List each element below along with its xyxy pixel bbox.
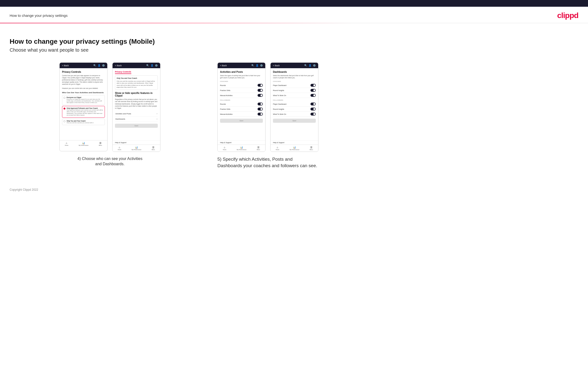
nav-performance-4[interactable]: 📊 My Performance <box>290 146 299 150</box>
phone-1-bottom-nav: ⌂ Home 📊 My Performance ☰ Menu <box>60 140 107 147</box>
toggle-coaches-player-dash-switch[interactable] <box>311 84 316 87</box>
option-everyone[interactable]: Everyone on Clippd Everyone on Clippd ca… <box>62 95 105 105</box>
toggle-followers-round-insights-switch[interactable] <box>311 108 316 110</box>
nav-performance-3[interactable]: 📊 My Performance <box>237 146 246 150</box>
phone-3-icons: 🔍 👤 ⚙️ <box>251 64 263 67</box>
phone-4-icons: 🔍 👤 ⚙️ <box>304 64 316 67</box>
nav-performance-label-4: My Performance <box>290 149 299 150</box>
menu-icon-4: ☰ <box>310 146 312 149</box>
nav-menu-label-1: Menu <box>99 145 102 146</box>
option-followers[interactable]: Only Approved Followers and Your Coach O… <box>62 106 105 118</box>
search-icon: 🔍 <box>93 64 96 67</box>
nav-menu-4[interactable]: ☰ Menu <box>310 146 313 150</box>
toggle-followers-player-dash-switch[interactable] <box>311 103 316 105</box>
toggle-coaches-manual-switch[interactable] <box>258 94 263 97</box>
toggle-followers-manual-switch[interactable] <box>258 113 263 116</box>
nav-performance-label-3: My Performance <box>237 149 246 150</box>
search-icon-2: 🔍 <box>146 64 149 67</box>
toggle-followers-manual-label: Manual Activities <box>220 113 233 115</box>
phone-2-nav: < Back 🔍 👤 ⚙️ <box>112 63 160 68</box>
nav-performance-2[interactable]: 📊 My Performance <box>131 146 141 150</box>
nav-home-4[interactable]: ⌂ Home <box>276 146 279 150</box>
phone-1: < Back 🔍 👤 ⚙️ Privacy Controls Control h… <box>59 62 107 151</box>
phone-1-section-title: Privacy Controls <box>62 71 105 73</box>
menu-activities-label: Activities and Posts <box>115 113 131 115</box>
phone-3-body: Activities and Posts Select the types of… <box>218 68 265 140</box>
nav-home-label-2: Home <box>118 149 121 150</box>
toggle-coaches-rounds: Rounds <box>220 83 263 88</box>
toggle-coaches-drills: Practice Drills <box>220 88 263 93</box>
toggle-coaches-drills-switch[interactable] <box>258 89 263 92</box>
nav-home-1[interactable]: ⌂ Home <box>65 142 68 146</box>
nav-menu-label-2: Menu <box>152 149 155 150</box>
option-everyone-label: Everyone on Clippd <box>67 97 104 98</box>
nav-menu-label-3: Menu <box>257 149 260 150</box>
phone-4: < Back 🔍 👤 ⚙️ Dashboards Select the dash… <box>270 62 318 152</box>
phone-1-icons: 🔍 👤 ⚙️ <box>93 64 105 67</box>
nav-performance-1[interactable]: 📊 My Performance <box>79 142 88 146</box>
settings-icon-2: ⚙️ <box>155 64 158 67</box>
phone-1-body-text: Control how you and your data appears to… <box>62 75 105 85</box>
toggle-coaches-what-to-work-switch[interactable] <box>311 94 316 97</box>
phone-2-tab[interactable]: Privacy Controls <box>115 71 131 74</box>
phone-2-bottom-nav: ⌂ Home 📊 My Performance ☰ Menu <box>112 145 160 151</box>
save-button-2[interactable]: Save <box>115 124 158 128</box>
home-icon-2: ⌂ <box>119 146 120 149</box>
home-icon-4: ⌂ <box>277 146 278 149</box>
radio-followers[interactable] <box>63 108 65 109</box>
phone-4-back[interactable]: < Back <box>273 64 280 67</box>
toggle-coaches-round-insights-label: Round Insights <box>273 90 284 91</box>
toggle-followers-manual: Manual Activities <box>220 112 263 117</box>
toggle-coaches-rounds-switch[interactable] <box>258 84 263 87</box>
chart-icon-1: 📊 <box>82 142 85 144</box>
toggle-coaches-manual: Manual Activities <box>220 93 263 98</box>
radio-everyone[interactable] <box>63 97 65 99</box>
toggle-coaches-rounds-label: Rounds <box>220 84 226 86</box>
left-section: < Back 🔍 👤 ⚙️ Privacy Controls Control h… <box>10 62 210 167</box>
phone-3-coaches-label: COACHES <box>220 81 263 82</box>
toggle-followers-what-to-work-switch[interactable] <box>311 113 316 116</box>
toggle-coaches-what-to-work: What To Work On <box>273 93 316 98</box>
settings-icon-3: ⚙️ <box>260 64 263 67</box>
nav-menu-1[interactable]: ☰ Menu <box>99 142 102 146</box>
menu-dashboards[interactable]: Dashboards › <box>115 117 158 122</box>
chevron-right-icon-1: › <box>156 113 157 115</box>
save-button-4[interactable]: Save <box>273 119 316 123</box>
phone-4-section-desc: Select the dashboards that you'd like to… <box>273 75 316 79</box>
phone-2-back[interactable]: < Back <box>115 64 122 67</box>
nav-menu-3[interactable]: ☰ Menu <box>257 146 260 150</box>
save-button-3[interactable]: Save <box>220 119 263 123</box>
phone-1-subtitle: Who Can See Your Activities and Dashboar… <box>62 92 105 94</box>
phone-3-section-desc: Select the types of activity that you'd … <box>220 75 263 79</box>
phone-2: < Back 🔍 👤 ⚙️ Privacy Controls Only You … <box>112 62 160 152</box>
radio-coach-only[interactable] <box>63 120 65 122</box>
nav-home-label-4: Home <box>276 149 279 150</box>
settings-icon-4: ⚙️ <box>313 64 316 67</box>
nav-performance-label-1: My Performance <box>79 145 88 146</box>
header-divider <box>0 23 588 23</box>
phone-4-followers-label: FOLLOWERS <box>273 100 316 101</box>
toggle-followers-player-dash-label: Player Dashboard <box>273 103 286 105</box>
phone-2-show-hide-text: Regardless of the privacy controls that … <box>115 98 158 109</box>
phone-1-back[interactable]: < Back <box>62 64 69 67</box>
phone-1-body: Privacy Controls Control how you and you… <box>60 68 107 140</box>
menu-activities[interactable]: Activities and Posts › <box>115 111 158 117</box>
nav-home-3[interactable]: ⌂ Home <box>223 146 226 150</box>
menu-icon-2: ☰ <box>152 146 154 149</box>
toggle-coaches-what-to-work-label: What To Work On <box>273 95 286 96</box>
phone-3: < Back 🔍 👤 ⚙️ Activities and Posts Selec… <box>217 62 266 152</box>
nav-home-2[interactable]: ⌂ Home <box>118 146 121 150</box>
toggle-followers-player-dash: Player Dashboard <box>273 102 316 107</box>
nav-menu-2[interactable]: ☰ Menu <box>152 146 155 150</box>
nav-home-label-3: Home <box>223 149 226 150</box>
toggle-followers-drills-switch[interactable] <box>258 108 263 110</box>
phone-3-back[interactable]: < Back <box>220 64 227 67</box>
toggle-coaches-round-insights-switch[interactable] <box>311 89 316 92</box>
phone-2-show-hide-title: Show or hide specific features in Clippd <box>115 92 158 97</box>
nav-menu-label-4: Menu <box>310 149 313 150</box>
footer: Copyright Clippd 2022 <box>0 183 588 196</box>
option-coach-only-label: Only You and Your Coach <box>67 120 94 122</box>
menu-dashboards-label: Dashboards <box>115 118 125 120</box>
toggle-followers-rounds-switch[interactable] <box>258 103 263 105</box>
option-coach-only[interactable]: Only You and Your Coach Only you and the… <box>62 119 105 125</box>
